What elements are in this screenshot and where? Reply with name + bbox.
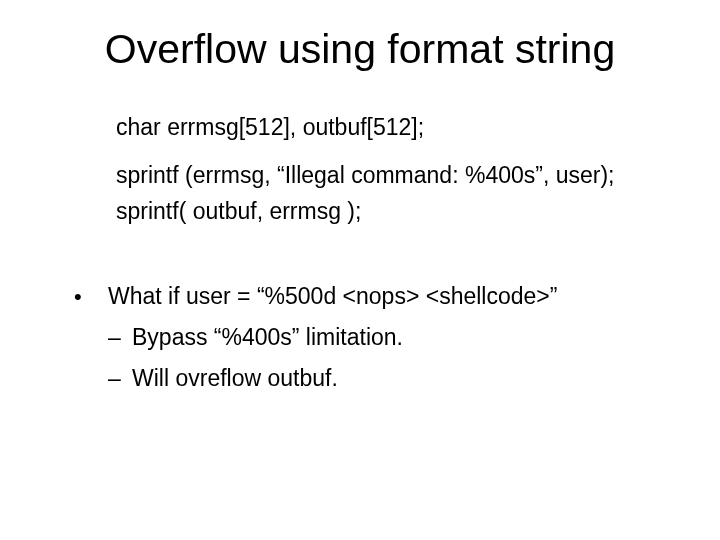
dash-icon: –: [108, 324, 132, 351]
bullet-list: • What if user = “%500d <nops> <shellcod…: [74, 283, 680, 392]
slide-title: Overflow using format string: [40, 26, 680, 73]
code-line-3: sprintf( outbuf, errmsg );: [116, 197, 680, 227]
bullet-sub-1-text: Bypass “%400s” limitation.: [132, 324, 403, 351]
bullet-dot-icon: •: [74, 284, 108, 310]
code-line-1: char errmsg[512], outbuf[512];: [116, 113, 680, 143]
bullet-main-text: What if user = “%500d <nops> <shellcode>…: [108, 283, 557, 310]
dash-icon: –: [108, 365, 132, 392]
slide: Overflow using format string char errmsg…: [0, 0, 720, 540]
code-line-2: sprintf (errmsg, “Illegal command: %400s…: [116, 161, 680, 191]
code-block: char errmsg[512], outbuf[512]; sprintf (…: [116, 113, 680, 227]
bullet-sub-2: – Will ovreflow outbuf.: [108, 365, 680, 392]
bullet-sub-1: – Bypass “%400s” limitation.: [108, 324, 680, 351]
bullet-sub-2-text: Will ovreflow outbuf.: [132, 365, 338, 392]
bullet-main: • What if user = “%500d <nops> <shellcod…: [74, 283, 680, 310]
